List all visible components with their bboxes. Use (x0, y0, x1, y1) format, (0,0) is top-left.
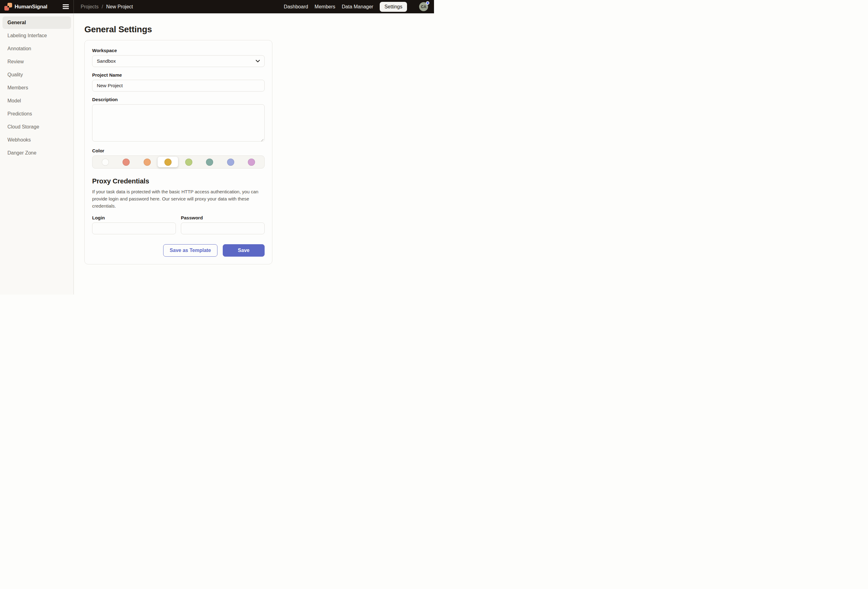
color-swatch-selected-card (158, 157, 178, 167)
password-input[interactable] (181, 222, 264, 234)
credentials-row: Login Password (92, 215, 264, 234)
sidebar-item-members[interactable]: Members (3, 81, 71, 94)
breadcrumb-separator: / (102, 4, 103, 10)
page-title: General Settings (84, 25, 434, 34)
topbar-left-section: HumanSignal (0, 0, 74, 13)
color-group: Color (92, 148, 264, 169)
color-swatch-strip (92, 155, 264, 169)
sidebar-item-general[interactable]: General (3, 16, 71, 29)
color-swatch-green[interactable] (185, 158, 192, 166)
login-group: Login (92, 215, 176, 234)
color-label: Color (92, 148, 264, 153)
top-bar: HumanSignal Projects / New Project Dashb… (0, 0, 434, 13)
login-label: Login (92, 215, 176, 221)
sidebar-item-review[interactable]: Review (3, 56, 71, 68)
main-content: General Settings Workspace Sandbox Proje… (74, 13, 434, 294)
nav-data-manager[interactable]: Data Manager (342, 4, 373, 10)
sidebar-item-webhooks[interactable]: Webhooks (3, 134, 71, 146)
password-group: Password (181, 215, 264, 234)
sidebar-item-danger-zone[interactable]: Danger Zone (3, 147, 71, 159)
color-swatch-periwinkle[interactable] (227, 158, 234, 166)
description-label: Description (92, 97, 264, 102)
description-textarea[interactable] (92, 104, 264, 142)
nav-members[interactable]: Members (314, 4, 335, 10)
humansignal-logo-icon (4, 3, 12, 10)
description-group: Description (92, 97, 264, 143)
color-swatch-orchid[interactable] (248, 158, 255, 166)
workspace-selected-value: Sandbox (97, 58, 116, 64)
sidebar-item-predictions[interactable]: Predictions (3, 108, 71, 120)
project-name-group: Project Name (92, 72, 264, 92)
save-as-template-button[interactable]: Save as Template (163, 244, 217, 257)
workspace-group: Workspace Sandbox (92, 48, 264, 67)
action-buttons: Save as Template Save (92, 244, 264, 257)
settings-sidebar: General Labeling Interface Annotation Re… (0, 13, 74, 294)
proxy-credentials-description: If your task data is protected with the … (92, 188, 264, 209)
color-swatch-gold[interactable] (164, 158, 171, 166)
breadcrumb-current: New Project (106, 4, 133, 10)
workspace-label: Workspace (92, 48, 264, 53)
sidebar-item-annotation[interactable]: Annotation (3, 43, 71, 55)
notification-dot (426, 1, 430, 4)
save-button[interactable]: Save (223, 244, 264, 257)
user-avatar[interactable]: CA (419, 2, 428, 11)
general-settings-card: Workspace Sandbox Project Name Descripti… (84, 40, 272, 264)
sidebar-item-model[interactable]: Model (3, 95, 71, 107)
logo-text: HumanSignal (15, 4, 47, 10)
proxy-credentials-title: Proxy Credentials (92, 177, 264, 185)
login-input[interactable] (92, 222, 176, 234)
color-swatch-teal[interactable] (206, 158, 213, 166)
nav-dashboard[interactable]: Dashboard (284, 4, 308, 10)
project-name-input[interactable] (92, 80, 264, 92)
sidebar-item-labeling-interface[interactable]: Labeling Interface (3, 30, 71, 42)
menu-icon[interactable] (63, 4, 69, 9)
nav-settings[interactable]: Settings (380, 2, 407, 12)
project-name-label: Project Name (92, 72, 264, 78)
color-swatch-salmon[interactable] (123, 158, 130, 166)
sidebar-item-cloud-storage[interactable]: Cloud Storage (3, 121, 71, 133)
chevron-down-icon (255, 60, 260, 63)
breadcrumb-projects[interactable]: Projects (81, 4, 99, 10)
breadcrumb: Projects / New Project (74, 0, 133, 13)
password-label: Password (181, 215, 264, 221)
color-swatch-orange[interactable] (144, 158, 151, 166)
humansignal-logo[interactable]: HumanSignal (4, 3, 47, 10)
workspace-select[interactable]: Sandbox (92, 55, 264, 67)
sidebar-item-quality[interactable]: Quality (3, 69, 71, 81)
color-swatch-white[interactable] (102, 158, 109, 166)
topbar-nav: Dashboard Members Data Manager Settings … (284, 0, 434, 13)
